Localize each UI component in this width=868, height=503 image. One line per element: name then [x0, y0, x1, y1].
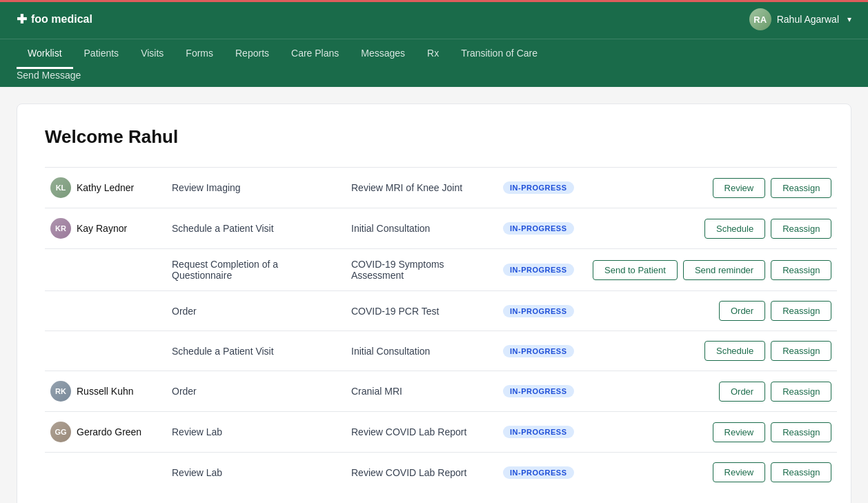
action-buttons: ReviewReassign — [593, 462, 831, 482]
task-description: Review COVID Lab Report — [346, 412, 497, 453]
table-row: KR Kay Raynor Schedule a Patient VisitIn… — [45, 208, 837, 249]
action-buttons: ScheduleReassign — [593, 219, 831, 239]
task-type: Review Lab — [166, 453, 346, 493]
nav-forms[interactable]: Forms — [175, 39, 224, 69]
patient-avatar: KL — [50, 177, 71, 198]
reassign-button[interactable]: Reassign — [771, 178, 831, 198]
welcome-heading: Welcome Rahul — [45, 126, 823, 148]
reassign-button[interactable]: Reassign — [771, 341, 831, 361]
order-button[interactable]: Order — [719, 382, 765, 402]
action-buttons: ScheduleReassign — [593, 341, 831, 361]
task-type: Schedule a Patient Visit — [166, 208, 346, 249]
brand: ✚ foo medical — [17, 12, 92, 27]
worklist-table: KL Kathy Ledner Review ImagingReview MRI… — [45, 167, 837, 492]
action-buttons: OrderReassign — [593, 382, 831, 402]
task-description: Initial Consultation — [346, 208, 497, 249]
patient-name: Kay Raynor — [77, 223, 127, 234]
reassign-button[interactable]: Reassign — [771, 301, 831, 321]
patient-cell: GG Gerardo Green — [50, 422, 161, 442]
nav-care-plans[interactable]: Care Plans — [280, 39, 350, 69]
review-button[interactable]: Review — [713, 178, 766, 198]
status-badge: IN-PROGRESS — [503, 345, 574, 357]
status-badge: IN-PROGRESS — [503, 305, 574, 317]
user-menu[interactable]: RA Rahul Agarwal ▾ — [749, 8, 851, 30]
patient-cell: KR Kay Raynor — [50, 218, 161, 239]
action-buttons-cell: ReviewReassign — [587, 168, 837, 208]
status-cell: IN-PROGRESS — [497, 208, 587, 249]
status-badge: IN-PROGRESS — [503, 222, 574, 235]
action-buttons-cell: ScheduleReassign — [587, 331, 837, 371]
nav-reports[interactable]: Reports — [224, 39, 280, 69]
reassign-button[interactable]: Reassign — [771, 260, 831, 280]
action-buttons: Send to PatientSend reminderReassign — [593, 260, 831, 280]
status-badge: IN-PROGRESS — [503, 385, 574, 397]
nav-messages[interactable]: Messages — [350, 39, 416, 69]
patient-cell: RK Russell Kuhn — [50, 381, 161, 402]
nav-rx[interactable]: Rx — [416, 39, 450, 69]
schedule-button[interactable]: Schedule — [704, 341, 765, 361]
reassign-button[interactable]: Reassign — [771, 462, 831, 482]
task-type: Order — [166, 371, 346, 412]
task-description: Cranial MRI — [346, 371, 497, 412]
patient-cell: KL Kathy Ledner — [50, 177, 161, 198]
table-row: KL Kathy Ledner Review ImagingReview MRI… — [45, 168, 837, 208]
status-cell: IN-PROGRESS — [497, 291, 587, 331]
table-row: RK Russell Kuhn OrderCranial MRIIN-PROGR… — [45, 371, 837, 412]
task-description: COVID-19 Symptoms Assessment — [346, 249, 497, 291]
schedule-button[interactable]: Schedule — [704, 219, 765, 239]
status-cell: IN-PROGRESS — [497, 331, 587, 371]
task-type: Schedule a Patient Visit — [166, 331, 346, 371]
task-type: Review Imaging — [166, 168, 346, 208]
send-to-patient-button[interactable]: Send to Patient — [593, 260, 678, 280]
review-button[interactable]: Review — [713, 462, 766, 482]
send-message-link[interactable]: Send Message — [17, 67, 81, 83]
subnav: Worklist Patients Visits Forms Reports C… — [0, 39, 868, 69]
patient-name: Gerardo Green — [77, 426, 141, 437]
status-badge: IN-PROGRESS — [503, 181, 574, 194]
action-buttons: ReviewReassign — [593, 422, 831, 442]
action-buttons: OrderReassign — [593, 301, 831, 321]
task-description: Review MRI of Knee Joint — [346, 168, 497, 208]
action-buttons-cell: OrderReassign — [587, 291, 837, 331]
nav-transition-of-care[interactable]: Transition of Care — [450, 39, 549, 69]
task-type: Review Lab — [166, 412, 346, 453]
subnav-secondary: Send Message — [0, 69, 868, 87]
action-buttons-cell: OrderReassign — [587, 371, 837, 412]
status-cell: IN-PROGRESS — [497, 371, 587, 412]
brand-name: foo medical — [31, 13, 92, 26]
task-type: Order — [166, 291, 346, 331]
table-row: Request Completion of a QuestionnaireCOV… — [45, 249, 837, 291]
status-cell: IN-PROGRESS — [497, 453, 587, 493]
top-accent — [0, 0, 868, 2]
nav-patients[interactable]: Patients — [73, 39, 130, 69]
action-buttons: ReviewReassign — [593, 178, 831, 198]
reassign-button[interactable]: Reassign — [771, 219, 831, 239]
task-description: Review COVID Lab Report — [346, 453, 497, 493]
reassign-button[interactable]: Reassign — [771, 422, 831, 442]
nav-worklist[interactable]: Worklist — [17, 39, 73, 69]
table-row: Schedule a Patient VisitInitial Consulta… — [45, 331, 837, 371]
main-content: Welcome Rahul KL Kathy Ledner Review Ima… — [0, 87, 868, 503]
table-row: GG Gerardo Green Review LabReview COVID … — [45, 412, 837, 453]
order-button[interactable]: Order — [719, 301, 765, 321]
action-buttons-cell: ReviewReassign — [587, 412, 837, 453]
nav-visits[interactable]: Visits — [130, 39, 175, 69]
action-buttons-cell: Send to PatientSend reminderReassign — [587, 249, 837, 291]
action-buttons-cell: ReviewReassign — [587, 453, 837, 493]
navbar: ✚ foo medical RA Rahul Agarwal ▾ — [0, 0, 868, 39]
table-row: Review LabReview COVID Lab ReportIN-PROG… — [45, 453, 837, 493]
status-cell: IN-PROGRESS — [497, 249, 587, 291]
status-cell: IN-PROGRESS — [497, 168, 587, 208]
reassign-button[interactable]: Reassign — [771, 382, 831, 402]
table-row: OrderCOVID-19 PCR TestIN-PROGRESSOrderRe… — [45, 291, 837, 331]
patient-avatar: RK — [50, 381, 71, 402]
user-name: Rahul Agarwal — [777, 14, 839, 25]
status-badge: IN-PROGRESS — [503, 426, 574, 438]
review-button[interactable]: Review — [713, 422, 766, 442]
patient-avatar: KR — [50, 218, 71, 239]
send-reminder-button[interactable]: Send reminder — [683, 260, 765, 280]
brand-cross-icon: ✚ — [17, 12, 27, 27]
task-description: COVID-19 PCR Test — [346, 291, 497, 331]
task-description: Initial Consultation — [346, 331, 497, 371]
patient-name: Kathy Ledner — [77, 182, 134, 193]
